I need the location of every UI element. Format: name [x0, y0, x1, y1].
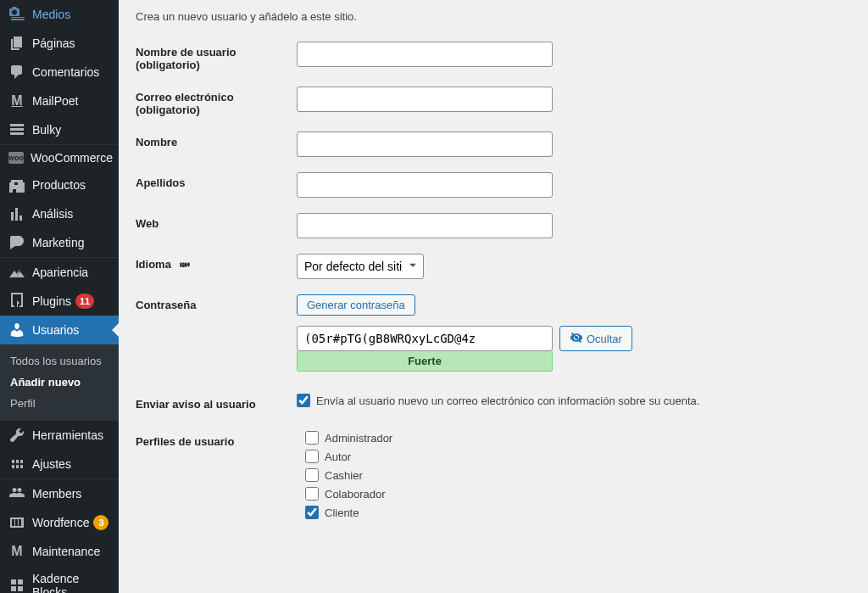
role-label: Cashier — [325, 469, 363, 482]
admin-sidebar: Medios Páginas Comentarios MMailPoet Bul… — [0, 0, 119, 593]
settings-icon — [8, 456, 25, 473]
wordfence-icon — [8, 514, 25, 531]
sidebar-item-apariencia[interactable]: Apariencia — [0, 258, 119, 287]
members-icon — [8, 485, 25, 502]
notify-text: Envía al usuario nuevo un correo electró… — [316, 394, 699, 407]
submenu-anadir-nuevo[interactable]: Añadir nuevo — [0, 372, 119, 393]
label-password: Contraseña — [136, 294, 297, 372]
label-roles: Perfiles de usuario — [136, 431, 297, 524]
label-email: Correo electrónico (obligatorio) — [136, 87, 297, 116]
sidebar-item-ajustes[interactable]: Ajustes — [0, 450, 119, 478]
tools-icon — [8, 427, 25, 444]
sidebar-item-kadence[interactable]: Kadence Blocks — [0, 566, 119, 593]
lastname-input[interactable] — [297, 172, 553, 198]
sidebar-item-herramientas[interactable]: Herramientas — [0, 421, 119, 450]
role-administrador-checkbox[interactable] — [305, 431, 319, 445]
page-icon — [8, 35, 25, 52]
sidebar-item-mailpoet[interactable]: MMailPoet — [0, 87, 119, 115]
password-strength: Fuerte — [297, 351, 553, 372]
sidebar-item-label: Kadence Blocks — [32, 572, 112, 593]
label-firstname: Nombre — [136, 131, 297, 157]
sidebar-item-label: Usuarios — [32, 323, 79, 337]
kadence-icon — [8, 577, 25, 593]
main-content: Crea un nuevo usuario y añádelo a este s… — [119, 0, 868, 593]
role-label: Autor — [325, 450, 351, 463]
plugins-badge: 11 — [75, 294, 94, 309]
submenu-perfil[interactable]: Perfil — [0, 393, 119, 414]
users-icon — [8, 322, 25, 338]
website-input[interactable] — [297, 213, 553, 238]
svg-rect-1 — [18, 579, 23, 585]
svg-rect-0 — [11, 579, 16, 585]
page-intro: Crea un nuevo usuario y añádelo a este s… — [136, 10, 851, 23]
label-username: Nombre de usuario (obligatorio) — [136, 42, 297, 71]
eye-slash-icon — [570, 331, 583, 347]
email-input[interactable] — [297, 87, 553, 112]
password-input[interactable] — [297, 326, 553, 351]
sidebar-item-label: Páginas — [32, 36, 75, 50]
role-label: Administrador — [325, 432, 392, 445]
mailpoet-icon: M — [8, 92, 25, 109]
sidebar-item-label: Marketing — [32, 236, 84, 249]
firstname-input[interactable] — [297, 131, 553, 157]
sidebar-item-label: Plugins — [32, 294, 71, 308]
hide-password-button[interactable]: Ocultar — [559, 326, 632, 351]
label-website: Web — [136, 213, 297, 238]
bulky-icon — [8, 121, 25, 138]
sidebar-item-productos[interactable]: Productos — [0, 171, 119, 199]
media-icon — [8, 6, 25, 23]
sidebar-item-bulky[interactable]: Bulky — [0, 115, 119, 144]
role-cashier-checkbox[interactable] — [305, 468, 319, 482]
plugin-icon — [8, 293, 25, 310]
role-colaborador-checkbox[interactable] — [305, 487, 319, 501]
svg-rect-3 — [18, 586, 23, 591]
sidebar-item-label: Análisis — [32, 207, 73, 221]
sidebar-item-label: Wordfence — [32, 516, 89, 529]
sidebar-item-members[interactable]: Members — [0, 479, 119, 508]
submenu-todos-usuarios[interactable]: Todos los usuarios — [0, 350, 119, 372]
generate-password-button[interactable]: Generar contraseña — [297, 294, 415, 316]
role-autor-checkbox[interactable] — [305, 450, 319, 463]
label-language: Idioma — [136, 254, 297, 279]
comment-icon — [8, 64, 25, 81]
label-lastname: Apellidos — [136, 172, 297, 198]
language-select[interactable]: Por defecto del sitio — [297, 254, 424, 279]
sidebar-item-label: Ajustes — [32, 457, 71, 471]
sidebar-item-label: Comentarios — [32, 65, 99, 79]
wordfence-badge: 3 — [93, 515, 108, 530]
sidebar-item-analisis[interactable]: Análisis — [0, 199, 119, 228]
appearance-icon — [8, 264, 25, 281]
notify-checkbox[interactable] — [297, 394, 310, 407]
sidebar-item-label: MailPoet — [32, 94, 78, 108]
sidebar-item-maintenance[interactable]: MMaintenance — [0, 537, 119, 566]
role-cliente-checkbox[interactable] — [305, 506, 319, 519]
sidebar-item-label: Medios — [32, 8, 70, 21]
sidebar-submenu-usuarios: Todos los usuarios Añadir nuevo Perfil — [0, 344, 119, 421]
sidebar-item-label: Productos — [32, 178, 86, 192]
username-input[interactable] — [297, 42, 553, 67]
product-icon — [8, 176, 25, 193]
sidebar-item-plugins[interactable]: Plugins11 — [0, 287, 119, 316]
svg-rect-2 — [11, 586, 16, 591]
sidebar-item-woocommerce[interactable]: wooWooCommerce — [0, 145, 119, 171]
sidebar-item-label: Members — [32, 487, 81, 501]
translate-icon — [176, 259, 193, 272]
label-notify: Enviar aviso al usuario — [136, 394, 297, 412]
sidebar-item-label: Maintenance — [32, 545, 100, 558]
stats-icon — [8, 205, 25, 222]
sidebar-item-label: Herramientas — [32, 428, 103, 442]
role-label: Colaborador — [325, 488, 386, 501]
sidebar-item-marketing[interactable]: Marketing — [0, 228, 119, 257]
sidebar-item-wordfence[interactable]: Wordfence3 — [0, 508, 119, 537]
sidebar-item-label: WooCommerce — [31, 151, 113, 165]
sidebar-item-label: Bulky — [32, 123, 61, 137]
sidebar-item-usuarios[interactable]: Usuarios — [0, 316, 119, 344]
sidebar-item-medios[interactable]: Medios — [0, 0, 119, 29]
sidebar-item-label: Apariencia — [32, 266, 88, 279]
maintenance-icon: M — [8, 543, 25, 560]
woo-icon: woo — [8, 152, 24, 164]
role-label: Cliente — [325, 506, 359, 519]
sidebar-item-paginas[interactable]: Páginas — [0, 29, 119, 58]
sidebar-item-comentarios[interactable]: Comentarios — [0, 58, 119, 87]
marketing-icon — [8, 234, 25, 251]
